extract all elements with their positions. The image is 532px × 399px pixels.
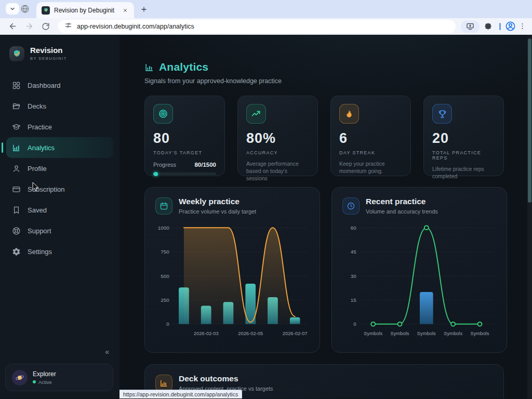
reload-button[interactable] [39, 20, 52, 33]
deck-outcomes-title: Deck outcomes [179, 374, 273, 383]
tab-close-button[interactable] [121, 6, 130, 15]
main-content: Analytics Signals from your approved-kno… [119, 35, 532, 398]
status-bar-url: https://app-revision.debuginit.com/app/a… [119, 390, 242, 398]
new-tab-button[interactable] [138, 4, 150, 15]
brand-byline: BY DEBUGINIT [30, 56, 67, 61]
profile-avatar-button[interactable] [504, 20, 516, 33]
tab-search-button[interactable] [6, 3, 19, 15]
sidebar-collapse-button[interactable]: « [105, 348, 109, 356]
site-controls-icon[interactable] [64, 21, 72, 31]
settings-icon [12, 247, 21, 256]
calendar-icon [155, 197, 172, 215]
sidebar-item-profile[interactable]: Profile [6, 158, 113, 179]
install-app-button[interactable] [461, 20, 480, 33]
sidebar-item-label: Profile [28, 165, 47, 172]
install-icon [466, 22, 474, 31]
tab-title: Revision by Debuginit [54, 7, 116, 14]
svg-text:0: 0 [353, 321, 356, 327]
sidebar-item-support[interactable]: Support [6, 220, 113, 241]
forward-button[interactable] [22, 20, 36, 33]
stat-label: TOTAL PRACTICE REPS [432, 150, 495, 161]
svg-text:15: 15 [351, 297, 356, 303]
svg-text:Symbols: Symbols [364, 331, 382, 336]
browser-menu-button[interactable] [516, 20, 528, 33]
svg-text:30: 30 [351, 273, 356, 279]
sidebar-item-label: Support [28, 227, 51, 235]
stat-value: 80% [246, 130, 309, 147]
flame-icon [339, 104, 359, 124]
practice-icon [12, 123, 21, 131]
stat-card-total-reps: 20 TOTAL PRACTICE REPS Lifetime practice… [423, 96, 504, 176]
browser-tab[interactable]: Revision by Debuginit [36, 2, 134, 18]
chart-title: Recent practice [366, 197, 438, 206]
analytics-icon [12, 143, 21, 152]
profile-name: Explorer [33, 370, 56, 378]
stat-card-day-streak: 6 DAY STREAK Keep your practice momentum… [330, 96, 411, 176]
svg-text:250: 250 [161, 297, 169, 303]
page-scrollbar[interactable] [527, 35, 532, 398]
profile-status: Active [38, 379, 52, 385]
recent-practice-chart: 015304560SymbolsSymbolsSymbolsSymbolsSym… [342, 220, 496, 340]
weekly-practice-chart: 025050075010002026-02-032026-02-052026-0… [155, 220, 309, 340]
extensions-button[interactable] [481, 20, 495, 33]
brand-logo-icon [9, 46, 24, 61]
user-profile-card[interactable]: Explorer Active [5, 364, 113, 391]
chart-subtitle: Practice volume vs daily target [179, 208, 256, 215]
svg-text:Symbols: Symbols [417, 331, 436, 336]
svg-text:750: 750 [161, 249, 169, 255]
progress-value: 80/1500 [194, 162, 216, 168]
stat-value: 6 [339, 130, 402, 147]
puzzle-icon [484, 22, 493, 31]
browser-toolbar: app-revision.debuginit.com/app/analytics [0, 18, 532, 35]
svg-text:2026-02-07: 2026-02-07 [283, 331, 308, 336]
sidebar-item-settings[interactable]: Settings [6, 241, 113, 262]
stat-label: TODAY'S TARGET [153, 150, 216, 155]
sidebar-item-label: Dashboard [28, 82, 61, 89]
kebab-menu-icon [518, 22, 526, 30]
url-text: app-revision.debuginit.com/app/analytics [77, 23, 194, 30]
stat-value: 80 [153, 130, 216, 147]
svg-text:Symbols: Symbols [470, 331, 489, 336]
svg-text:500: 500 [161, 273, 169, 279]
chart-subtitle: Volume and accuracy trends [366, 208, 438, 215]
back-button[interactable] [6, 20, 19, 33]
clock-icon [342, 197, 360, 215]
scrollbar-thumb[interactable] [528, 38, 531, 203]
avatar-icon [505, 21, 516, 32]
sidebar-item-analytics[interactable]: Analytics [6, 137, 113, 158]
sidebar-item-label: Saved [28, 206, 47, 214]
stat-label: ACCURACY [246, 150, 309, 155]
sidebar-item-label: Decks [28, 102, 46, 110]
progress-bar [153, 172, 216, 175]
close-icon [123, 8, 128, 13]
target-icon [153, 104, 173, 124]
charts-row: Weekly practice Practice volume vs daily… [144, 187, 504, 353]
sidebar-item-subscription[interactable]: Subscription [6, 179, 113, 200]
sidebar-item-decks[interactable]: Decks [6, 96, 113, 116]
back-arrow-icon [8, 22, 17, 31]
svg-text:2026-02-05: 2026-02-05 [238, 331, 263, 336]
tab-favicon [42, 6, 50, 15]
svg-text:45: 45 [351, 249, 356, 255]
dashboard-icon [12, 81, 21, 90]
progress-bar-fill [153, 172, 156, 175]
stat-description: Lifetime practice reps completed [432, 165, 495, 180]
globe-icon [20, 4, 30, 14]
stat-description: Average performance based on today's ses… [246, 160, 309, 182]
sidebar-item-saved[interactable]: Saved [6, 200, 113, 220]
chart-title: Weekly practice [179, 197, 256, 206]
svg-text:60: 60 [351, 225, 356, 231]
trophy-icon [432, 104, 452, 124]
stat-description: Keep your practice momentum going. [339, 160, 402, 175]
sidebar-item-label: Analytics [28, 144, 55, 152]
app-page: Revision BY DEBUGINIT Dashboard Decks Pr… [0, 35, 532, 398]
saved-icon [12, 206, 21, 215]
toolbar-separator [499, 23, 501, 30]
profile-icon [12, 164, 21, 173]
sidebar-nav: Dashboard Decks Practice Analytics Profi… [0, 75, 119, 262]
sidebar-item-dashboard[interactable]: Dashboard [6, 75, 113, 96]
url-bar[interactable]: app-revision.debuginit.com/app/analytics [58, 20, 456, 33]
svg-text:0: 0 [166, 321, 169, 327]
sidebar-item-practice[interactable]: Practice [6, 116, 113, 137]
forward-arrow-icon [25, 22, 34, 31]
